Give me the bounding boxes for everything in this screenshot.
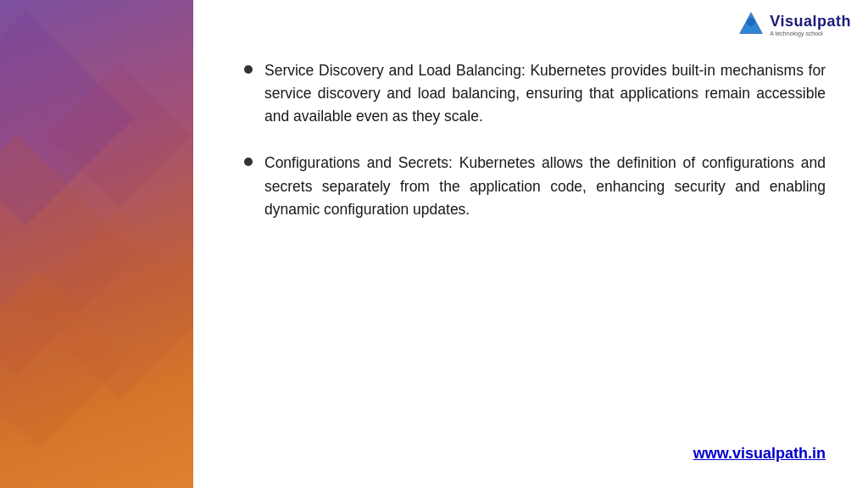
logo-container: Visualpath A technology school — [736, 10, 851, 41]
bullet-dot-2 — [244, 158, 253, 166]
bullet-text-2: Configurations and Secrets: Kubernetes a… — [264, 152, 826, 220]
website-link-container: www.visualpath.in — [244, 436, 826, 463]
bullet-dot-1 — [244, 65, 253, 74]
website-link[interactable]: www.visualpath.in — [693, 445, 826, 462]
bullet-list: Service Discovery and Load Balancing: Ku… — [244, 59, 826, 436]
sidebar-diamond-overlay — [0, 0, 193, 488]
logo-icon — [736, 10, 766, 41]
logo-tagline: A technology school — [770, 30, 851, 37]
sidebar — [0, 0, 193, 488]
logo-visual-text: Visualpath — [770, 14, 851, 30]
bullet-text-1: Service Discovery and Load Balancing: Ku… — [264, 59, 826, 128]
list-item-2: Configurations and Secrets: Kubernetes a… — [244, 152, 826, 220]
main-content: Visualpath A technology school Service D… — [193, 0, 868, 488]
list-item-1: Service Discovery and Load Balancing: Ku… — [244, 59, 826, 128]
svg-point-2 — [747, 18, 755, 26]
logo-text-block: Visualpath A technology school — [770, 14, 851, 36]
